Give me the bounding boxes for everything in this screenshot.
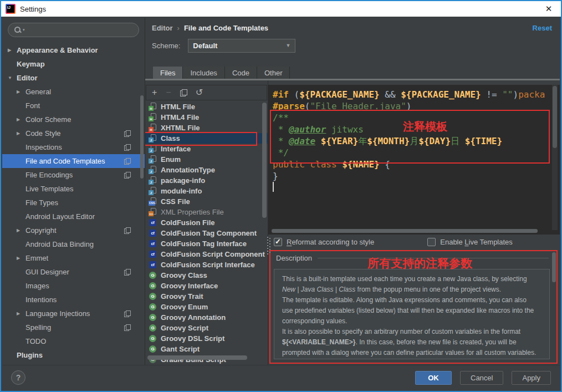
template-item-groovy-interface[interactable]: GGroovy Interface: [145, 281, 268, 291]
tab-includes[interactable]: Includes: [183, 67, 224, 79]
sidebar-item-label: Spelling: [25, 323, 51, 332]
sidebar-item-editor[interactable]: ▼Editor: [2, 71, 145, 85]
chevron-right-icon[interactable]: ▶: [17, 131, 25, 136]
chevron-right-icon[interactable]: ▶: [17, 89, 25, 94]
template-item-groovy-class[interactable]: GGroovy Class: [145, 270, 268, 281]
sidebar-item-file-types[interactable]: File Types: [2, 196, 145, 210]
search-options-caret-icon[interactable]: ▾: [23, 28, 25, 32]
sidebar-item-todo[interactable]: TODO: [2, 334, 145, 348]
chevron-right-icon[interactable]: ▶: [17, 117, 25, 122]
panel-splitter-handle[interactable]: [266, 237, 270, 256]
cf-file-icon: cf: [149, 229, 157, 237]
template-item-groovy-script[interactable]: GGroovy Script: [145, 323, 268, 333]
tab-files[interactable]: Files: [153, 67, 183, 79]
sidebar-item-language-injections[interactable]: ▶Language Injections: [2, 307, 145, 320]
template-item-label: package-info: [161, 176, 205, 185]
sidebar-item-file-and-code-templates[interactable]: File and Code Templates: [2, 154, 145, 168]
checkbox-checked-icon[interactable]: [274, 238, 282, 246]
sidebar-item-appearance-behavior[interactable]: ▶Appearance & Behavior: [2, 43, 145, 57]
breadcrumb-editor[interactable]: Editor: [152, 24, 173, 32]
sidebar-item-label: Live Templates: [25, 185, 73, 193]
template-item-groovy-dsl-script[interactable]: GGroovy DSL Script: [145, 333, 268, 344]
sidebar-item-plugins[interactable]: Plugins: [2, 348, 145, 362]
editor-hscrollbar-thumb[interactable]: [272, 229, 538, 233]
template-item-groovy-trait[interactable]: GGroovy Trait: [145, 291, 268, 302]
template-item-gant-script[interactable]: GGant Script: [145, 344, 268, 354]
template-item-label: Enum: [161, 155, 181, 164]
template-item-package-info[interactable]: Jpackage-info: [145, 175, 268, 186]
options-row: Reformat according to style Enable Live …: [268, 235, 560, 249]
template-item-module-info[interactable]: Jmodule-info: [145, 186, 268, 196]
template-item-xml-properties-file[interactable]: <>XML Properties File: [145, 207, 268, 217]
reformat-checkbox[interactable]: Reformat according to style: [274, 238, 374, 246]
tab-other[interactable]: Other: [257, 67, 290, 79]
template-item-annotationtype[interactable]: JAnnotationType: [145, 165, 268, 175]
template-item-groovy-annotation[interactable]: GGroovy Annotation: [145, 312, 268, 323]
sidebar-item-code-style[interactable]: ▶Code Style: [2, 126, 145, 140]
groovy-file-icon: G: [149, 334, 157, 343]
template-item-xhtml-file[interactable]: HXHTML File: [145, 123, 268, 133]
template-code-editor[interactable]: #if (${PACKAGE_NAME} && ${PACKAGE_NAME} …: [268, 85, 560, 235]
chevron-right-icon[interactable]: ▶: [8, 48, 17, 53]
template-item-html4-file[interactable]: HHTML4 File: [145, 112, 268, 123]
tab-code[interactable]: Code: [225, 67, 257, 79]
scheme-dropdown[interactable]: Default ▼: [188, 39, 295, 53]
template-item-html-file[interactable]: HHTML File: [145, 101, 268, 112]
chevron-down-icon[interactable]: ▼: [8, 75, 17, 80]
template-item-coldfusion-script-component[interactable]: cfColdFusion Script Component: [145, 249, 268, 259]
editor-scrollbar-thumb[interactable]: [553, 86, 557, 148]
description-scrollbar-thumb[interactable]: [552, 252, 556, 282]
template-item-coldfusion-tag-interface[interactable]: cfColdFusion Tag Interface: [145, 238, 268, 249]
template-item-coldfusion-tag-component[interactable]: cfColdFusion Tag Component: [145, 228, 268, 238]
sidebar-item-inspections[interactable]: Inspections: [2, 140, 145, 154]
title-bar: IJ Settings ✕: [1, 1, 561, 17]
sidebar-item-font[interactable]: Font: [2, 99, 145, 113]
help-button[interactable]: ?: [11, 370, 25, 385]
template-item-label: Groovy Trait: [161, 292, 203, 301]
chevron-right-icon[interactable]: ▶: [17, 256, 25, 261]
sidebar-item-emmet[interactable]: ▶Emmet: [2, 251, 145, 265]
groovy-file-icon: G: [149, 313, 157, 322]
cf-file-icon: cf: [149, 261, 157, 269]
sidebar-item-spelling[interactable]: Spelling: [2, 320, 145, 334]
add-template-icon[interactable]: +: [152, 88, 157, 97]
apply-button[interactable]: Apply: [512, 371, 551, 385]
template-item-class[interactable]: JClass: [145, 133, 268, 144]
copy-template-icon[interactable]: [180, 89, 187, 96]
sidebar-item-copyright[interactable]: ▶Copyright: [2, 223, 145, 237]
list-hscrollbar-thumb[interactable]: [147, 355, 247, 360]
template-item-interface[interactable]: JInterface: [145, 144, 268, 154]
sidebar-item-gui-designer[interactable]: GUI Designer: [2, 265, 145, 279]
sidebar-item-intentions[interactable]: Intentions: [2, 293, 145, 307]
sidebar-item-android-layout-editor[interactable]: Android Layout Editor: [2, 210, 145, 223]
list-scrollbar-thumb[interactable]: [262, 103, 267, 218]
cancel-button[interactable]: Cancel: [460, 371, 503, 385]
chevron-right-icon[interactable]: ▶: [17, 311, 25, 316]
template-item-css-file[interactable]: CSSCSS File: [145, 196, 268, 207]
sidebar-item-android-data-binding[interactable]: Android Data Binding: [2, 237, 145, 251]
sidebar-item-general[interactable]: ▶General: [2, 85, 145, 99]
template-item-coldfusion-file[interactable]: cfColdFusion File: [145, 217, 268, 228]
reset-link[interactable]: Reset: [533, 24, 552, 32]
sidebar-item-keymap[interactable]: Keymap: [2, 57, 145, 71]
sidebar-item-images[interactable]: Images: [2, 279, 145, 293]
sidebar-item-file-encodings[interactable]: File Encodings: [2, 168, 145, 182]
search-box[interactable]: ▾: [8, 23, 139, 37]
template-item-coldfusion-script-interface[interactable]: cfColdFusion Script Interface: [145, 259, 268, 270]
live-templates-checkbox[interactable]: Enable Live Templates: [427, 238, 513, 246]
ok-button[interactable]: OK: [415, 371, 452, 385]
template-item-groovy-enum[interactable]: GGroovy Enum: [145, 302, 268, 312]
groovy-file-icon: G: [149, 303, 157, 311]
template-item-label: XHTML File: [161, 124, 200, 132]
close-icon[interactable]: ✕: [541, 4, 556, 14]
sidebar-item-label: General: [25, 88, 51, 96]
chevron-right-icon[interactable]: ▶: [17, 228, 25, 233]
sidebar-item-live-templates[interactable]: Live Templates: [2, 182, 145, 196]
search-input[interactable]: [27, 26, 133, 34]
checkbox-unchecked-icon[interactable]: [427, 238, 436, 246]
sidebar-item-color-scheme[interactable]: ▶Color Scheme: [2, 113, 145, 126]
sidebar-scrollbar-thumb[interactable]: [140, 95, 144, 179]
revert-template-icon[interactable]: ↺: [196, 88, 203, 97]
template-item-enum[interactable]: JEnum: [145, 154, 268, 165]
remove-template-icon[interactable]: −: [166, 88, 171, 97]
